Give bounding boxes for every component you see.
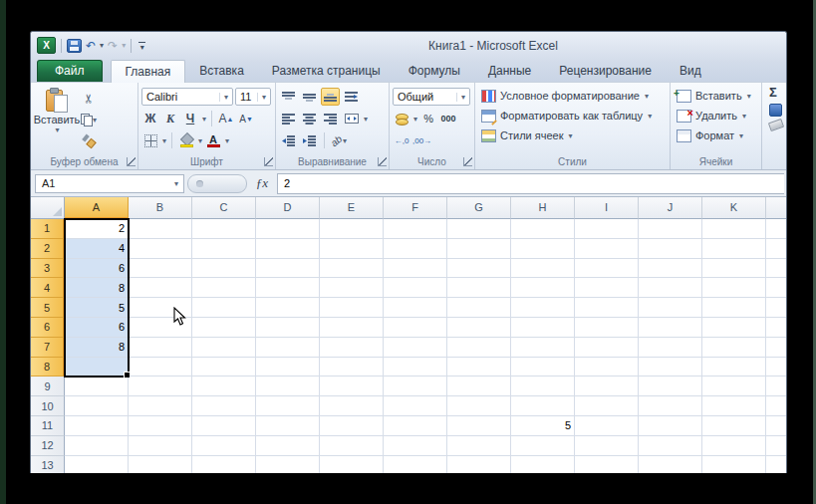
cell-H9[interactable]	[511, 377, 575, 396]
cell-C3[interactable]	[192, 259, 256, 279]
paste-button[interactable]: Вставить ▾	[34, 86, 80, 154]
cell-C10[interactable]	[192, 396, 256, 416]
cell-C13[interactable]	[192, 456, 256, 473]
cell-A10[interactable]	[65, 396, 129, 416]
cell-B11[interactable]	[129, 416, 192, 436]
cut-button[interactable]: ✂	[80, 90, 98, 108]
cell-D7[interactable]	[256, 338, 320, 358]
row-header-7[interactable]: 7	[31, 338, 65, 358]
cell-K7[interactable]	[702, 338, 766, 358]
cell-H1[interactable]	[511, 219, 575, 239]
cell-H7[interactable]	[511, 338, 575, 358]
cell-D2[interactable]	[256, 239, 320, 259]
cell-D1[interactable]	[256, 219, 320, 239]
cell-A1[interactable]: 2	[65, 219, 129, 239]
decrease-decimal-button[interactable]: ,00→	[412, 131, 431, 149]
cell-B5[interactable]	[129, 298, 192, 318]
cell-partial-11[interactable]	[766, 416, 786, 436]
font-size-select[interactable]: 11▾	[235, 88, 271, 106]
insert-function-icon[interactable]: ƒx	[250, 175, 274, 191]
cell-I4[interactable]	[575, 278, 639, 298]
increase-decimal-button[interactable]: ←,0	[393, 131, 410, 149]
cell-B12[interactable]	[129, 436, 192, 456]
cell-B8[interactable]	[129, 358, 192, 378]
cell-partial-5[interactable]	[766, 298, 786, 318]
cell-J2[interactable]	[639, 239, 702, 259]
cell-F6[interactable]	[384, 318, 447, 338]
copy-button[interactable]: ▾	[80, 111, 98, 128]
cell-A4[interactable]: 8	[65, 278, 129, 298]
fill-icon[interactable]	[769, 104, 782, 117]
cell-H10[interactable]	[511, 396, 575, 416]
font-color-dropdown-icon[interactable]: ▾	[225, 136, 229, 145]
cell-B4[interactable]	[129, 278, 192, 298]
cell-G5[interactable]	[447, 298, 511, 318]
cell-partial-7[interactable]	[766, 338, 786, 358]
cell-I1[interactable]	[575, 219, 639, 239]
cell-A3[interactable]: 6	[65, 259, 129, 279]
cell-I10[interactable]	[575, 396, 639, 416]
cell-J4[interactable]	[639, 278, 702, 298]
row-header-6[interactable]: 6	[31, 318, 65, 338]
align-right-button[interactable]	[321, 110, 340, 127]
align-left-button[interactable]	[279, 110, 298, 127]
cell-K4[interactable]	[702, 278, 766, 298]
cell-G11[interactable]	[447, 416, 511, 436]
cell-K11[interactable]	[702, 416, 766, 436]
cell-I5[interactable]	[575, 298, 639, 318]
chevron-down-icon[interactable]: ▾	[169, 179, 183, 188]
cell-H2[interactable]	[511, 239, 575, 259]
row-header-1[interactable]: 1	[31, 219, 65, 239]
cell-H5[interactable]	[511, 298, 575, 318]
cell-G13[interactable]	[447, 456, 511, 473]
cell-D5[interactable]	[256, 298, 320, 318]
row-header-8[interactable]: 8	[31, 358, 65, 378]
increase-indent-button[interactable]	[300, 131, 319, 149]
cell-partial-3[interactable]	[766, 259, 786, 279]
cell-E1[interactable]	[320, 219, 384, 239]
insert-cells-button[interactable]: Вставить ▾	[677, 86, 758, 106]
cell-J1[interactable]	[639, 219, 702, 239]
cell-J8[interactable]	[639, 358, 702, 378]
merge-dropdown-icon[interactable]: ▾	[364, 115, 368, 124]
column-header-D[interactable]: D	[256, 197, 320, 219]
cell-H8[interactable]	[511, 358, 575, 378]
cell-partial-6[interactable]	[766, 318, 786, 338]
cell-F12[interactable]	[384, 436, 447, 456]
cell-K8[interactable]	[702, 358, 766, 378]
cell-G12[interactable]	[447, 436, 511, 456]
undo-icon[interactable]: ↶	[85, 38, 97, 54]
cell-H4[interactable]	[511, 278, 575, 298]
orientation-button[interactable]: ab▾	[330, 131, 348, 149]
cell-B9[interactable]	[129, 377, 192, 396]
column-header-K[interactable]: K	[702, 197, 766, 219]
cell-A6[interactable]: 6	[65, 318, 129, 338]
cell-K10[interactable]	[702, 396, 766, 416]
clear-icon[interactable]	[768, 119, 784, 131]
cell-I8[interactable]	[575, 358, 639, 378]
underline-button[interactable]: Ч	[181, 110, 199, 127]
cell-F1[interactable]	[384, 219, 447, 239]
cell-F11[interactable]	[384, 416, 447, 436]
cell-B6[interactable]	[129, 318, 192, 338]
cell-J11[interactable]	[639, 416, 702, 436]
column-header-partial[interactable]	[766, 197, 786, 219]
column-header-H[interactable]: H	[511, 197, 575, 219]
row-header-5[interactable]: 5	[31, 298, 65, 318]
cell-B3[interactable]	[129, 259, 192, 279]
clipboard-dialog-launcher-icon[interactable]	[127, 157, 136, 166]
cell-F7[interactable]	[384, 338, 447, 358]
cell-H12[interactable]	[511, 436, 575, 456]
cell-J5[interactable]	[639, 298, 702, 318]
italic-button[interactable]: К	[161, 110, 179, 127]
cell-G9[interactable]	[447, 377, 511, 396]
cell-D13[interactable]	[256, 456, 320, 473]
fill-color-dropdown-icon[interactable]: ▾	[198, 136, 202, 145]
cell-D10[interactable]	[256, 396, 320, 416]
fill-color-button[interactable]	[177, 131, 195, 149]
comma-style-button[interactable]: 000	[439, 110, 457, 127]
undo-dropdown-icon[interactable]: ▾	[100, 42, 104, 50]
accounting-dropdown-icon[interactable]: ▾	[413, 115, 417, 124]
cell-D12[interactable]	[256, 436, 320, 456]
delete-cells-button[interactable]: Удалить ▾	[677, 106, 758, 126]
